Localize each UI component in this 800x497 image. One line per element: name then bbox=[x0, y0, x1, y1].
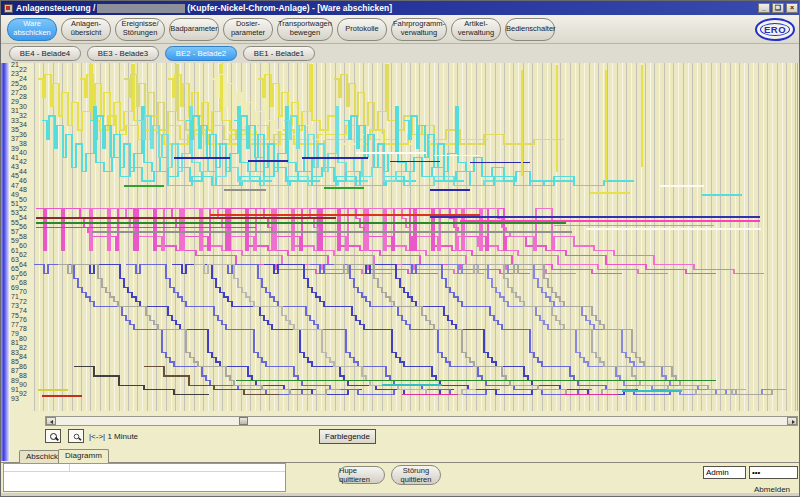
minimize-button[interactable]: _ bbox=[758, 3, 770, 13]
station-label: 55 bbox=[11, 219, 19, 226]
station-label: 26 bbox=[19, 84, 27, 91]
station-label: 71 bbox=[11, 293, 19, 300]
station-label: 73 bbox=[11, 302, 19, 309]
trace-warentraeger-blau bbox=[494, 265, 776, 395]
panel-accent-strip bbox=[1, 63, 10, 461]
station-label: 57 bbox=[11, 228, 19, 235]
magnifier-icon bbox=[50, 433, 57, 440]
diagram-panel: 2122232425262728293031323334353637383940… bbox=[1, 63, 800, 449]
station-label: 58 bbox=[19, 233, 27, 240]
station-label: 76 bbox=[19, 316, 27, 323]
station-label: 86 bbox=[19, 363, 27, 370]
toolbar-buttons: WareabschickenAnlagen-übersichtEreigniss… bbox=[7, 18, 559, 41]
toolbar-button-fahrprogramm-verwaltung[interactable]: Fahrprogramm-verwaltung bbox=[391, 18, 447, 41]
station-tab-be2[interactable]: BE2 - Belade2 bbox=[165, 46, 237, 61]
station-label: 32 bbox=[19, 112, 27, 119]
diagram-canvas[interactable] bbox=[34, 63, 798, 411]
scrollbar-thumb[interactable] bbox=[239, 417, 248, 425]
hupe-quittieren-button[interactable]: Hupe quittieren bbox=[338, 466, 385, 484]
station-label: 68 bbox=[19, 279, 27, 286]
station-label: 79 bbox=[11, 330, 19, 337]
station-label: 84 bbox=[19, 353, 27, 360]
password-input[interactable] bbox=[749, 466, 798, 479]
station-label: 25 bbox=[11, 80, 19, 87]
toolbar-button-protokolle[interactable]: Protokolle bbox=[337, 18, 387, 41]
trace-beladung-gelb bbox=[80, 65, 310, 144]
toolbar-button-transportwagen-bewegen[interactable]: Transportwagenbewegen bbox=[277, 18, 333, 41]
color-legend-button[interactable]: Farblegende bbox=[319, 429, 376, 444]
toolbar-button-ereignisse-stoerungen[interactable]: Ereignisse/Störungen bbox=[115, 18, 165, 41]
toolbar-button-bedienschalter[interactable]: Bedienschalter bbox=[505, 18, 555, 41]
restore-button[interactable]: ❏ bbox=[772, 3, 784, 13]
stoerung-quittieren-button[interactable]: Störung quittieren bbox=[391, 465, 441, 485]
toolbar-button-badparameter[interactable]: Badparameter bbox=[169, 18, 219, 41]
station-label: 80 bbox=[19, 335, 27, 342]
station-label: 63 bbox=[11, 256, 19, 263]
station-label: 69 bbox=[11, 284, 19, 291]
station-label: 72 bbox=[19, 298, 27, 305]
station-label: 78 bbox=[19, 325, 27, 332]
station-label: 91 bbox=[11, 386, 19, 393]
station-label: 31 bbox=[11, 107, 19, 114]
station-label: 48 bbox=[19, 186, 27, 193]
station-label: 44 bbox=[19, 168, 27, 175]
station-label: 92 bbox=[19, 390, 27, 397]
station-axis: 2122232425262728293031323334353637383940… bbox=[11, 63, 34, 415]
station-label: 70 bbox=[19, 288, 27, 295]
magnifier-small-icon bbox=[73, 433, 78, 438]
station-label: 35 bbox=[11, 126, 19, 133]
title-bar: Anlagensteuerung /(Kupfer-Nickel-Chrom-A… bbox=[1, 1, 800, 15]
toolbar-button-anlagen-uebersicht[interactable]: Anlagen-übersicht bbox=[61, 18, 111, 41]
title-suffix: (Kupfer-Nickel-Chrom-Anlage) - [Ware abs… bbox=[187, 3, 392, 13]
time-interval-label: |<->| 1 Minute bbox=[89, 432, 138, 441]
scroll-right-icon[interactable] bbox=[787, 417, 797, 425]
carrier-traces bbox=[34, 63, 798, 411]
user-input[interactable] bbox=[703, 466, 746, 479]
window-bottom-edge bbox=[1, 493, 800, 497]
station-label: 38 bbox=[19, 140, 27, 147]
station-label: 50 bbox=[19, 196, 27, 203]
station-label: 27 bbox=[11, 89, 19, 96]
scroll-left-icon[interactable] bbox=[46, 417, 56, 425]
redacted-text bbox=[97, 4, 185, 13]
station-tab-be3[interactable]: BE3 - Belade3 bbox=[87, 46, 159, 61]
station-label: 65 bbox=[11, 265, 19, 272]
station-label: 60 bbox=[19, 242, 27, 249]
trace-warentraeger-cyan bbox=[186, 107, 416, 186]
station-tab-be4[interactable]: BE4 - Belade4 bbox=[9, 46, 81, 61]
station-label: 64 bbox=[19, 261, 27, 268]
scrollbar-track[interactable] bbox=[56, 417, 787, 425]
station-label: 93 bbox=[11, 395, 19, 402]
station-label: 46 bbox=[19, 177, 27, 184]
station-label: 24 bbox=[19, 75, 27, 82]
close-button[interactable]: × bbox=[786, 3, 798, 13]
zoom-out-button[interactable] bbox=[68, 429, 84, 443]
toolbar-button-ware-abschicken[interactable]: Wareabschicken bbox=[7, 18, 57, 41]
station-label: 37 bbox=[11, 135, 19, 142]
station-label: 53 bbox=[11, 209, 19, 216]
station-label: 43 bbox=[11, 163, 19, 170]
trace-warentraeger-cyan bbox=[284, 107, 514, 186]
message-list-header bbox=[4, 464, 285, 472]
message-list[interactable] bbox=[3, 463, 286, 492]
app-window: Anlagensteuerung /(Kupfer-Nickel-Chrom-A… bbox=[0, 0, 800, 497]
station-tabs: BE4 - Belade4BE3 - Belade3BE2 - Belade2B… bbox=[1, 44, 800, 63]
station-label: 30 bbox=[19, 103, 27, 110]
station-label: 82 bbox=[19, 344, 27, 351]
station-tab-be1[interactable]: BE1 - Belade1 bbox=[243, 46, 315, 61]
trace-warentraeger-cyan bbox=[404, 107, 634, 186]
toolbar-button-dosier-parameter[interactable]: Dosier-parameter bbox=[223, 18, 273, 41]
trace-warentraeger-cyan bbox=[234, 107, 464, 186]
time-scrollbar[interactable] bbox=[45, 416, 798, 426]
station-label: 45 bbox=[11, 172, 19, 179]
title-prefix: Anlagensteuerung / bbox=[16, 3, 95, 13]
station-label: 89 bbox=[11, 377, 19, 384]
zoom-in-button[interactable] bbox=[45, 429, 61, 443]
station-label: 34 bbox=[19, 121, 27, 128]
station-label: 21 bbox=[11, 61, 19, 68]
stoerung-label-line1: Störung bbox=[403, 466, 429, 475]
station-label: 90 bbox=[19, 381, 27, 388]
toolbar: WareabschickenAnlagen-übersichtEreigniss… bbox=[1, 15, 800, 44]
toolbar-button-artikel-verwaltung[interactable]: Artikel-verwaltung bbox=[451, 18, 501, 41]
tab-diagramm[interactable]: Diagramm bbox=[58, 449, 109, 463]
